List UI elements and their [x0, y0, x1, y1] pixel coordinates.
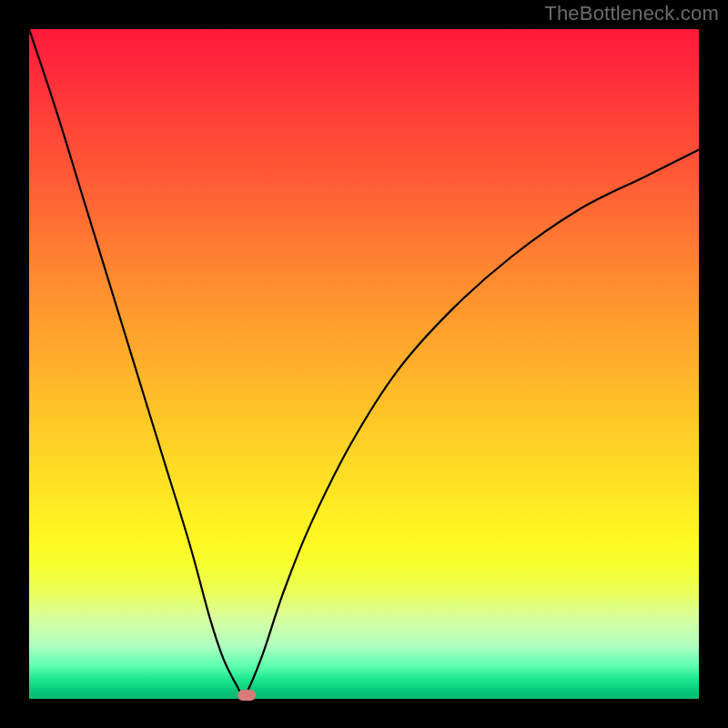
- optimum-marker: [238, 690, 256, 701]
- chart-curve: [29, 29, 699, 699]
- chart-container: TheBottleneck.com: [0, 0, 728, 728]
- plot-area: [29, 29, 699, 699]
- watermark-text: TheBottleneck.com: [544, 2, 719, 25]
